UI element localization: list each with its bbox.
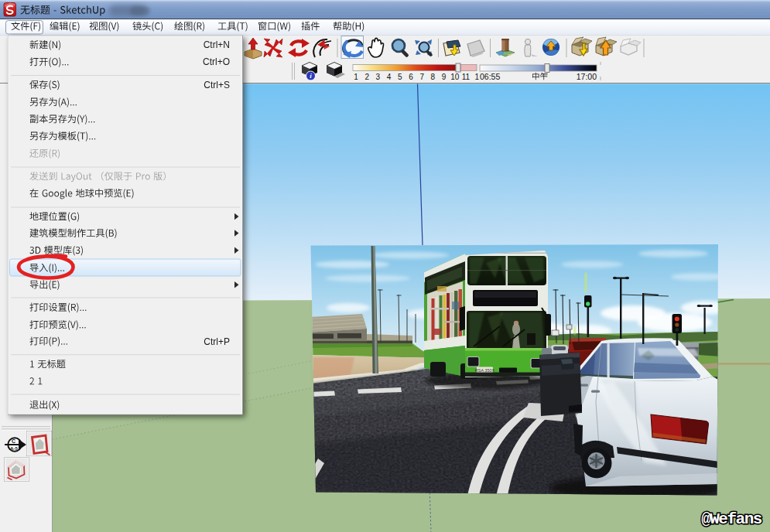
svg-text:3: 3 bbox=[376, 73, 381, 81]
svg-text:Ctrl+P: Ctrl+P bbox=[204, 336, 230, 347]
svg-text:@Wefans: @Wefans bbox=[701, 510, 762, 528]
svg-text:2: 2 bbox=[364, 73, 369, 81]
svg-text:Ctrl+O: Ctrl+O bbox=[203, 56, 230, 67]
svg-text:4: 4 bbox=[387, 73, 392, 81]
svg-text:9: 9 bbox=[442, 73, 447, 81]
svg-text:11: 11 bbox=[462, 73, 471, 81]
svg-text:A-5: A-5 bbox=[10, 445, 19, 451]
svg-text:1: 1 bbox=[474, 73, 479, 81]
svg-text:8: 8 bbox=[431, 73, 436, 81]
svg-text:1: 1 bbox=[354, 73, 358, 81]
svg-text:RSA 350X: RSA 350X bbox=[475, 368, 495, 373]
svg-text:6: 6 bbox=[409, 73, 413, 81]
svg-text:7: 7 bbox=[419, 73, 424, 81]
svg-text:06:55: 06:55 bbox=[480, 72, 500, 81]
svg-text:5: 5 bbox=[398, 73, 402, 81]
svg-text:Ctrl+N: Ctrl+N bbox=[204, 39, 230, 50]
svg-text:C: C bbox=[12, 438, 15, 444]
svg-text:10: 10 bbox=[450, 73, 460, 81]
svg-text:Ctrl+S: Ctrl+S bbox=[204, 80, 230, 90]
svg-text:17:00: 17:00 bbox=[577, 72, 597, 81]
